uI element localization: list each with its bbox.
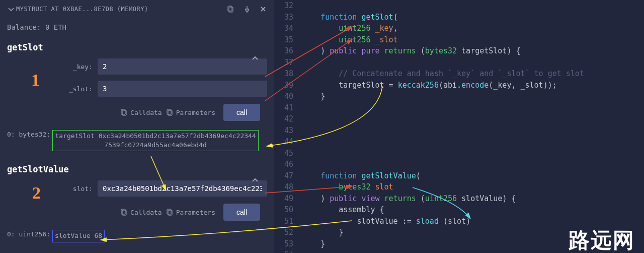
chevron-up-icon[interactable] (251, 54, 259, 62)
copy-icon[interactable] (227, 5, 235, 13)
annotation-number-1: 1 (31, 71, 40, 90)
code-text: ) public pure returns (bytes32 targetSlo… (302, 45, 521, 57)
copy-icon (120, 208, 128, 216)
line-number: 48 (274, 181, 302, 193)
code-line: 50 assembly { (274, 204, 644, 216)
line-number: 46 (274, 159, 302, 170)
result-getslotvalue: 0: uint256: slotValue 68 (7, 228, 267, 244)
panel-header: MYSTRUCT AT 0XBAE...8E7D8 (MEMORY) (7, 5, 267, 13)
code-text: } (302, 238, 325, 250)
line-number: 44 (274, 136, 302, 148)
line-number: 33 (274, 12, 302, 23)
line-number: 52 (274, 227, 302, 238)
annotation-number-2: 2 (32, 183, 41, 203)
calldata-button[interactable]: Calldata (120, 208, 162, 216)
line-number: 34 (274, 23, 302, 34)
code-line: 32 (274, 0, 644, 12)
result-getslot: 0: bytes32: targetSlot 0xc3a24b0501bd2c1… (7, 128, 267, 153)
param-label-slot2: slot: (7, 185, 93, 193)
line-number: 40 (274, 91, 302, 102)
input-slot2[interactable] (98, 180, 267, 197)
code-text: assembly { (302, 204, 384, 216)
code-line: 48 bytes32 slot (274, 181, 644, 193)
line-number: 51 (274, 216, 302, 227)
code-text: slotValue := sload (slot) (302, 216, 470, 227)
line-number: 42 (274, 113, 302, 125)
call-button[interactable]: call (223, 204, 260, 221)
fn-title-getslot: getSlot (7, 42, 267, 52)
code-editor: 3233 function getSlot(34 uint256 _key,35… (274, 0, 644, 253)
line-number: 50 (274, 204, 302, 216)
code-text: uint256 _slot (302, 34, 398, 46)
code-line: 41 (274, 102, 644, 114)
code-text: uint256 _key, (302, 23, 398, 34)
code-line: 51 slotValue := sload (slot) (274, 216, 644, 227)
code-text: } (302, 227, 343, 238)
code-line: 35 uint256 _slot (274, 34, 644, 46)
code-line: 34 uint256 _key, (274, 23, 644, 34)
code-line: 46 (274, 159, 644, 170)
panel-title: MYSTRUCT AT 0XBAE...8E7D8 (MEMORY) (16, 6, 148, 13)
balance-value: 0 ETH (45, 23, 66, 31)
pin-icon[interactable] (243, 5, 251, 13)
code-line: 36 ) public pure returns (bytes32 target… (274, 45, 644, 57)
code-line: 43 (274, 125, 644, 137)
line-number: 43 (274, 125, 302, 137)
balance-row: Balance: 0 ETH (7, 23, 267, 31)
watermark-text: 路远网 (569, 235, 635, 246)
code-text: // Concatenate and hash `_key` and `_slo… (302, 68, 584, 80)
code-line: 47 function getSlotValue( (274, 170, 644, 182)
line-number: 38 (274, 68, 302, 80)
param-label-key: _key: (7, 63, 93, 71)
close-icon[interactable] (259, 5, 267, 13)
code-text: bytes32 slot (302, 181, 393, 193)
code-line: 44 (274, 136, 644, 148)
code-text: } (302, 91, 325, 102)
line-number: 32 (274, 0, 302, 12)
code-text: function getSlot( (302, 12, 398, 23)
copy-icon (120, 108, 128, 116)
line-number: 36 (274, 45, 302, 57)
code-line: 42 (274, 113, 644, 125)
line-number: 45 (274, 148, 302, 159)
call-button[interactable]: call (223, 104, 260, 121)
code-line: 38 // Concatenate and hash `_key` and `_… (274, 68, 644, 80)
line-number: 37 (274, 57, 302, 69)
parameters-button[interactable]: Parameters (166, 208, 215, 216)
line-number: 47 (274, 170, 302, 182)
chevron-up-icon[interactable] (251, 176, 259, 184)
code-line: 45 (274, 148, 644, 159)
code-line: 37 (274, 57, 644, 69)
code-line: 49 ) public view returns (uint256 slotVa… (274, 193, 644, 205)
code-line: 39 targetSlot = keccak256(abi.encode(_ke… (274, 80, 644, 91)
code-line: 40 } (274, 91, 644, 102)
line-number: 35 (274, 34, 302, 46)
code-text: ) public view returns (uint256 slotValue… (302, 193, 516, 205)
input-key[interactable] (98, 58, 267, 75)
line-number: 54 (274, 249, 302, 253)
line-number: 39 (274, 80, 302, 91)
parameters-button[interactable]: Parameters (166, 108, 215, 116)
line-number: 53 (274, 238, 302, 250)
code-text: function getSlotValue( (302, 170, 421, 182)
chevron-down-icon[interactable] (7, 5, 12, 13)
line-number: 41 (274, 102, 302, 114)
code-line: 33 function getSlot( (274, 12, 644, 23)
copy-icon (166, 108, 174, 116)
fn-title-getslotvalue: getSlotValue (7, 164, 267, 174)
copy-icon (166, 208, 174, 216)
line-number: 49 (274, 193, 302, 205)
code-text: targetSlot = keccak256(abi.encode(_key, … (302, 80, 557, 91)
debug-panel: MYSTRUCT AT 0XBAE...8E7D8 (MEMORY) Balan… (0, 0, 274, 253)
param-label-slot: _slot: (7, 85, 93, 93)
calldata-button[interactable]: Calldata (120, 108, 162, 116)
input-slot[interactable] (98, 81, 267, 97)
balance-label: Balance: (7, 23, 41, 31)
